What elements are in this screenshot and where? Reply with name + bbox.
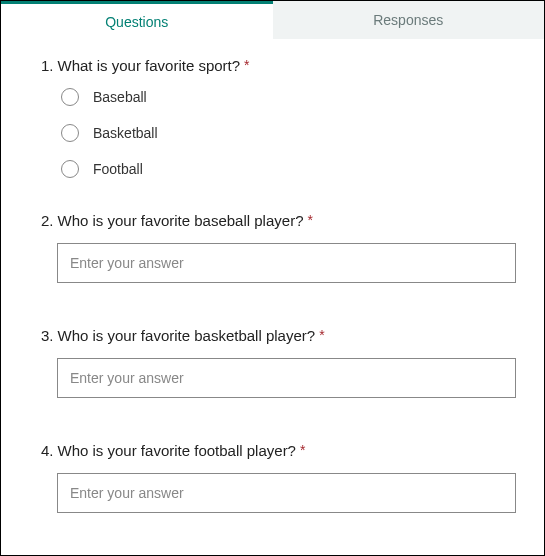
required-indicator: * bbox=[244, 57, 249, 74]
question-2: 2. Who is your favorite baseball player?… bbox=[41, 212, 516, 283]
question-heading: 2. Who is your favorite baseball player?… bbox=[41, 212, 516, 229]
answer-input[interactable] bbox=[57, 243, 516, 283]
options-group: Baseball Basketball Football bbox=[41, 88, 516, 178]
question-1: 1. What is your favorite sport? * Baseba… bbox=[41, 57, 516, 178]
option-label: Baseball bbox=[93, 89, 147, 105]
option-football[interactable]: Football bbox=[61, 160, 516, 178]
question-text: Who is your favorite basketball player? bbox=[58, 327, 316, 344]
question-number: 1. bbox=[41, 57, 54, 74]
radio-icon bbox=[61, 88, 79, 106]
question-number: 3. bbox=[41, 327, 54, 344]
question-number: 4. bbox=[41, 442, 54, 459]
required-indicator: * bbox=[319, 327, 324, 344]
form-content: 1. What is your favorite sport? * Baseba… bbox=[1, 39, 544, 556]
question-heading: 4. Who is your favorite football player?… bbox=[41, 442, 516, 459]
tabs-bar: Questions Responses bbox=[1, 1, 544, 39]
option-baseball[interactable]: Baseball bbox=[61, 88, 516, 106]
radio-icon bbox=[61, 160, 79, 178]
question-3: 3. Who is your favorite basketball playe… bbox=[41, 327, 516, 398]
answer-input[interactable] bbox=[57, 473, 516, 513]
question-heading: 1. What is your favorite sport? * bbox=[41, 57, 516, 74]
radio-icon bbox=[61, 124, 79, 142]
question-text: What is your favorite sport? bbox=[58, 57, 241, 74]
required-indicator: * bbox=[307, 212, 312, 229]
question-4: 4. Who is your favorite football player?… bbox=[41, 442, 516, 513]
required-indicator: * bbox=[300, 442, 305, 459]
option-basketball[interactable]: Basketball bbox=[61, 124, 516, 142]
question-text: Who is your favorite football player? bbox=[58, 442, 296, 459]
question-text: Who is your favorite baseball player? bbox=[58, 212, 304, 229]
answer-input[interactable] bbox=[57, 358, 516, 398]
question-heading: 3. Who is your favorite basketball playe… bbox=[41, 327, 516, 344]
question-number: 2. bbox=[41, 212, 54, 229]
tab-responses[interactable]: Responses bbox=[273, 1, 545, 39]
option-label: Football bbox=[93, 161, 143, 177]
tab-questions[interactable]: Questions bbox=[1, 1, 273, 39]
option-label: Basketball bbox=[93, 125, 158, 141]
